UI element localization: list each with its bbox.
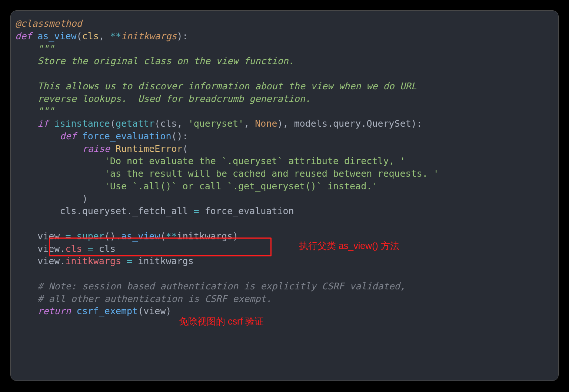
kw-if: if <box>37 118 49 129</box>
fn-csrf-exempt: csrf_exempt <box>77 306 138 316</box>
docstring-open: """ <box>37 43 54 54</box>
builtin-getattr: getattr <box>116 118 154 129</box>
fn-force-evaluation: force_evaluation <box>82 131 172 142</box>
code-block: @classmethod def as_view(cls, **initkwar… <box>11 11 558 322</box>
attr-initkwargs: initkwargs <box>66 256 122 266</box>
err-line: 'as the result will be cached and reused… <box>104 168 439 179</box>
kw-raise: raise <box>82 143 110 154</box>
param-cls: cls <box>82 31 99 41</box>
docstring-close: """ <box>37 106 54 116</box>
err-line: 'Use `.all()` or call `.get_queryset()` … <box>104 181 378 192</box>
docstring-line: Store the original class on the view fun… <box>37 56 294 66</box>
param-initkwargs: initkwargs <box>121 31 177 41</box>
call-as-view: as_view <box>121 231 160 242</box>
annotation-parent-as-view: 执行父类 as_view() 方法 <box>299 240 399 252</box>
kw-def: def <box>60 131 76 142</box>
str-queryset: 'queryset' <box>188 118 244 129</box>
builtin-super: super <box>77 231 104 242</box>
docstring-line: reverse lookups. Used for breadcrumb gen… <box>37 93 311 104</box>
kw-return: return <box>37 306 71 316</box>
fn-as-view: as_view <box>37 31 76 41</box>
err-line: 'Do not evaluate the `.queryset` attribu… <box>104 156 406 166</box>
exc-runtimeerror: RuntimeError <box>116 143 183 154</box>
kw-def: def <box>15 31 32 41</box>
code-frame: @classmethod def as_view(cls, **initkwar… <box>10 10 559 381</box>
annotation-csrf-exempt: 免除视图的 csrf 验证 <box>179 315 264 328</box>
builtin-isinstance: isinstance <box>54 118 110 129</box>
attr-cls: cls <box>66 243 82 254</box>
comment-line: # Note: session based authentication is … <box>37 281 405 292</box>
var-view: view <box>37 231 60 242</box>
decorator: @classmethod <box>15 18 82 29</box>
comment-line: # all other authentication is CSRF exemp… <box>37 293 272 304</box>
const-none: None <box>255 118 277 129</box>
docstring-line: This allows us to discover information a… <box>37 81 417 92</box>
